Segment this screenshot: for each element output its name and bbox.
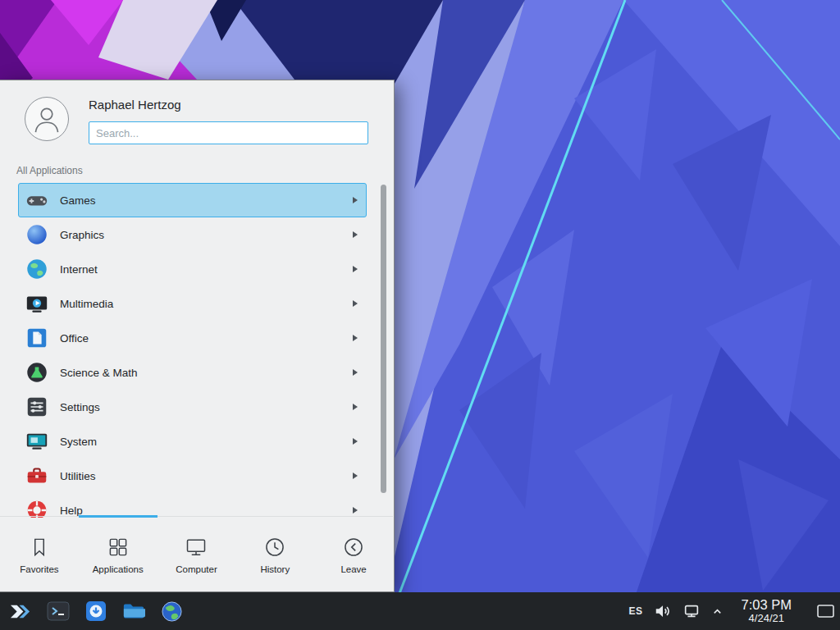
office-icon bbox=[24, 325, 50, 351]
grid-icon bbox=[107, 536, 130, 559]
category-science-math[interactable]: Science & Math bbox=[18, 355, 367, 390]
launcher-tabbar: Favorites Applications Computer His bbox=[0, 516, 393, 591]
category-help[interactable]: Help bbox=[18, 493, 367, 518]
multimedia-icon bbox=[24, 290, 50, 317]
category-office[interactable]: Office bbox=[18, 321, 367, 355]
clock-time: 7:03 PM bbox=[742, 597, 792, 613]
submenu-arrow-icon bbox=[353, 231, 358, 238]
tab-applications[interactable]: Applications bbox=[79, 517, 158, 591]
submenu-arrow-icon bbox=[353, 507, 358, 514]
clock-icon bbox=[263, 536, 286, 559]
launcher-header: Raphael Hertzog bbox=[0, 80, 394, 165]
web-browser-button[interactable] bbox=[159, 599, 184, 623]
submenu-arrow-icon bbox=[353, 300, 358, 307]
tray-expander-button[interactable] bbox=[711, 605, 724, 618]
taskbar: ES 7:03 PM 4/24/21 bbox=[0, 592, 840, 630]
software-center-icon bbox=[84, 600, 107, 623]
tab-computer[interactable]: Computer bbox=[158, 517, 236, 591]
tab-label: Leave bbox=[340, 564, 366, 574]
tab-favorites[interactable]: Favorites bbox=[0, 517, 79, 591]
gamepad-icon bbox=[24, 187, 50, 213]
system-tray: ES 7:03 PM 4/24/21 bbox=[629, 597, 835, 625]
app-launcher-button[interactable] bbox=[7, 598, 33, 624]
search-input[interactable] bbox=[89, 121, 368, 144]
section-label: All Applications bbox=[16, 165, 83, 176]
network-icon[interactable] bbox=[682, 602, 701, 620]
graphics-icon bbox=[24, 221, 50, 248]
science-icon bbox=[24, 359, 50, 386]
tab-label: Favorites bbox=[20, 564, 58, 574]
globe-icon bbox=[24, 256, 50, 282]
category-internet[interactable]: Internet bbox=[18, 252, 367, 286]
category-utilities[interactable]: Utilities bbox=[18, 459, 367, 493]
submenu-arrow-icon bbox=[353, 472, 358, 479]
category-label: Games bbox=[60, 194, 353, 207]
utilities-icon bbox=[24, 463, 50, 489]
computer-icon bbox=[185, 536, 208, 559]
category-label: System bbox=[60, 436, 353, 448]
category-multimedia[interactable]: Multimedia bbox=[18, 286, 367, 321]
system-icon bbox=[24, 428, 50, 454]
submenu-arrow-icon bbox=[353, 369, 358, 376]
tab-label: Applications bbox=[93, 564, 144, 574]
category-label: Multimedia bbox=[60, 298, 353, 310]
software-center-button[interactable] bbox=[84, 599, 108, 623]
submenu-arrow-icon bbox=[353, 438, 358, 445]
category-list: Games Graphics bbox=[0, 183, 395, 518]
tab-history[interactable]: History bbox=[235, 517, 314, 591]
application-launcher-popup: Raphael Hertzog All Applications Games bbox=[0, 80, 395, 592]
terminal-icon bbox=[47, 600, 70, 623]
submenu-arrow-icon bbox=[353, 404, 358, 410]
category-label: Internet bbox=[60, 263, 353, 276]
scrollbar[interactable] bbox=[381, 185, 386, 493]
keyboard-layout-indicator[interactable]: ES bbox=[629, 605, 643, 617]
show-desktop-button[interactable] bbox=[815, 602, 835, 620]
tab-label: History bbox=[260, 564, 290, 574]
help-icon bbox=[24, 497, 50, 518]
digital-clock[interactable]: 7:03 PM 4/24/21 bbox=[742, 597, 792, 625]
category-label: Graphics bbox=[60, 229, 353, 241]
tab-leave[interactable]: Leave bbox=[314, 517, 393, 591]
tab-label: Computer bbox=[176, 564, 217, 574]
category-label: Utilities bbox=[60, 470, 353, 482]
avatar[interactable] bbox=[25, 97, 69, 141]
caret-up-icon bbox=[711, 605, 724, 618]
volume-icon[interactable] bbox=[654, 602, 672, 620]
file-manager-button[interactable] bbox=[121, 599, 146, 623]
kali-menu-icon bbox=[9, 600, 31, 623]
category-settings[interactable]: Settings bbox=[18, 390, 367, 424]
clock-date: 4/24/21 bbox=[742, 613, 792, 625]
terminal-button[interactable] bbox=[46, 599, 71, 623]
category-label: Office bbox=[60, 332, 353, 345]
category-label: Science & Math bbox=[60, 367, 353, 379]
category-graphics[interactable]: Graphics bbox=[18, 217, 367, 252]
settings-icon bbox=[24, 394, 50, 420]
category-label: Settings bbox=[60, 401, 353, 413]
category-games[interactable]: Games bbox=[18, 183, 367, 217]
submenu-arrow-icon bbox=[353, 197, 358, 203]
show-desktop-icon bbox=[816, 603, 835, 619]
web-browser-icon bbox=[161, 600, 183, 623]
leave-icon bbox=[342, 536, 365, 559]
active-tab-indicator bbox=[79, 515, 158, 518]
bookmark-icon bbox=[28, 536, 51, 559]
submenu-arrow-icon bbox=[353, 266, 358, 272]
category-system[interactable]: System bbox=[18, 424, 367, 459]
user-name: Raphael Hertzog bbox=[89, 98, 181, 112]
user-icon bbox=[29, 101, 65, 137]
submenu-arrow-icon bbox=[353, 335, 358, 341]
folder-icon bbox=[122, 600, 145, 623]
